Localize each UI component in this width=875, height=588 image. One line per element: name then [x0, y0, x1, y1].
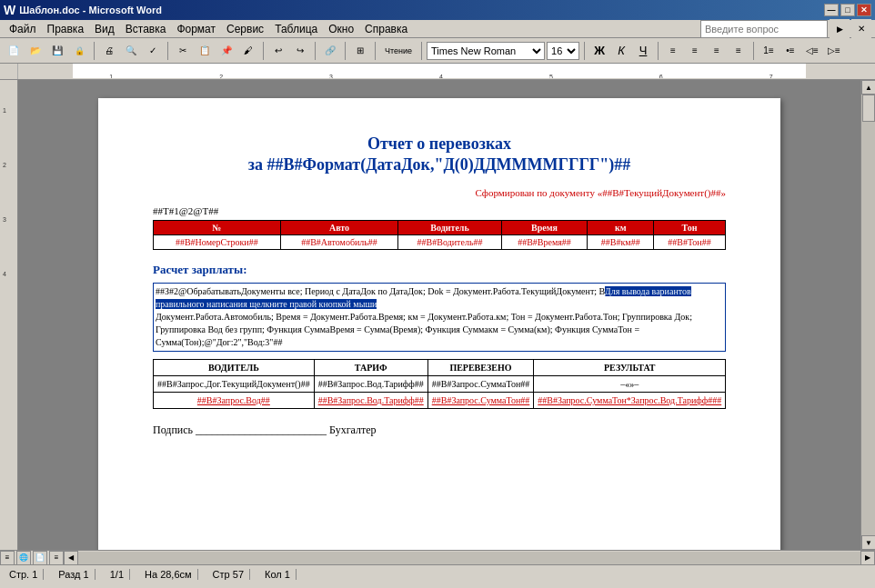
decrease-indent-button[interactable]: ◁≡ — [802, 41, 822, 61]
cell-num: ##В#НомерСтроки## — [154, 235, 281, 250]
hscroll-track[interactable] — [78, 552, 860, 564]
menu-view[interactable]: Вид — [89, 21, 120, 37]
menu-window[interactable]: Окно — [323, 21, 359, 37]
scroll-track[interactable] — [861, 95, 875, 535]
scroll-thumb[interactable] — [862, 95, 875, 122]
align-center-button[interactable]: ≡ — [685, 41, 705, 61]
main-area: 1 2 3 4 Отчет о перевозках за ##В#Формат… — [0, 80, 875, 550]
reading-mode-button[interactable]: Чтение — [380, 41, 417, 61]
separator-3 — [263, 42, 264, 60]
preview-button[interactable]: 🔍 — [121, 41, 141, 61]
maximize-button[interactable]: □ — [840, 4, 855, 16]
document-signature: Подпись ________________________ Бухгалт… — [153, 424, 726, 437]
hscroll-left-button[interactable]: ◀ — [64, 551, 78, 565]
help-input[interactable] — [700, 20, 828, 38]
font-selector[interactable]: Times New Roman — [427, 42, 545, 60]
scroll-down-button[interactable]: ▼ — [861, 535, 875, 550]
copy-button[interactable]: 📋 — [195, 41, 215, 61]
salary-formula-text1: ##З#2@ОбрабатыватьДокументы все; Период … — [156, 286, 605, 296]
hscroll-right-button[interactable]: ▶ — [860, 551, 875, 565]
redo-button[interactable]: ↪ — [290, 41, 310, 61]
minimize-button[interactable]: — — [824, 4, 839, 16]
underline-button[interactable]: Ч — [633, 41, 653, 61]
help-search-button[interactable]: ▶ — [830, 19, 850, 39]
menu-format[interactable]: Формат — [171, 21, 221, 37]
cell-time: ##В#Время## — [501, 235, 588, 250]
menu-insert[interactable]: Вставка — [120, 21, 172, 37]
salary-cell-result2: ##В#Запрос.СуммаТон*Запрос.Вод.Тарифф### — [534, 393, 726, 409]
layout-view-button[interactable]: 📄 — [33, 551, 47, 565]
menu-help[interactable]: Справка — [359, 21, 413, 37]
scroll-up-button[interactable]: ▲ — [861, 80, 875, 95]
print-button[interactable]: 🖨 — [99, 41, 119, 61]
toolbar-standard: 📄 📂 💾 🔒 🖨 🔍 ✓ ✂ 📋 📌 🖌 ↩ ↪ 🔗 ⊞ Чтение Tim… — [0, 38, 875, 64]
document-area[interactable]: Отчет о перевозках за ##В#Формат(ДатаДок… — [18, 80, 860, 550]
salary-table: ВОДИТЕЛЬ ТАРИФ ПЕРЕВЕЗЕНО РЕЗУЛЬТАТ ##В#… — [153, 359, 726, 409]
salary-cell-tariff1: ##В#Запрос.Вод.Тарифф## — [314, 376, 427, 393]
vertical-scrollbar[interactable]: ▲ ▼ — [860, 80, 875, 550]
salary-title: Расчет зарплаты: — [153, 263, 726, 277]
outline-view-button[interactable]: ≡ — [49, 551, 64, 565]
format-painter-button[interactable]: 🖌 — [238, 41, 258, 61]
italic-button[interactable]: К — [611, 41, 631, 61]
cell-ton: ##В#Тон## — [654, 235, 726, 250]
status-section: Разд 1 — [53, 569, 95, 580]
document: Отчет о перевозках за ##В#Формат(ДатаДок… — [98, 98, 780, 550]
open-button[interactable]: 📂 — [25, 41, 45, 61]
spellcheck-button[interactable]: ✓ — [143, 41, 163, 61]
numbering-button[interactable]: 1≡ — [759, 41, 779, 61]
hyperlink-button[interactable]: 🔗 — [320, 41, 340, 61]
left-ruler: 1 2 3 4 — [0, 80, 18, 550]
bullets-button[interactable]: •≡ — [780, 41, 800, 61]
col-header-auto: Авто — [280, 221, 398, 235]
align-left-button[interactable]: ≡ — [663, 41, 683, 61]
document-title-line1: Отчет о перевозках — [153, 135, 726, 154]
salary-col-driver: ВОДИТЕЛЬ — [154, 360, 315, 376]
title-bar: W Шаблон.doc - Microsoft Word — □ ✕ — [0, 0, 875, 20]
separator-1 — [94, 42, 95, 60]
undo-button[interactable]: ↩ — [268, 41, 288, 61]
cell-driver: ##В#Водитель## — [398, 235, 501, 250]
col-header-km: км — [588, 221, 654, 235]
increase-indent-button[interactable]: ▷≡ — [824, 41, 844, 61]
salary-cell-doc: ##В#Запрос.Дог.ТекущийДокумент()## — [154, 376, 315, 393]
col-header-time: Время — [501, 221, 588, 235]
close-button[interactable]: ✕ — [857, 4, 871, 16]
align-justify-button[interactable]: ≡ — [729, 41, 749, 61]
table-row: ##В#НомерСтроки## ##В#Автомобиль## ##В#В… — [154, 235, 726, 250]
permission-button[interactable]: 🔒 — [69, 41, 89, 61]
document-field-label: ##Т#1@2@Т## — [153, 205, 726, 216]
save-button[interactable]: 💾 — [47, 41, 67, 61]
new-button[interactable]: 📄 — [4, 41, 24, 61]
menu-table[interactable]: Таблица — [269, 21, 323, 37]
menu-file[interactable]: Файл — [4, 21, 42, 37]
font-size-selector[interactable]: 16 — [547, 42, 579, 60]
transport-table: № Авто Водитель Время км Тон ##В#НомерСт… — [153, 220, 726, 250]
document-title-line2: за ##В#Формат(ДатаДок,"Д(0)ДДММММГГГГ")#… — [153, 155, 726, 174]
salary-cell-tariff2: ##В#Запрос.Вод.Тарифф## — [314, 393, 427, 409]
salary-cell-sum1: ##В#Запрос.СуммаТон## — [427, 376, 534, 393]
salary-cell-result1: –«»– — [534, 376, 726, 393]
cell-km: ##В#км## — [588, 235, 654, 250]
menu-tools[interactable]: Сервис — [221, 21, 269, 37]
align-right-button[interactable]: ≡ — [707, 41, 727, 61]
view-buttons: ≡ 🌐 📄 ≡ — [0, 551, 64, 565]
status-pos: На 28,6см — [139, 569, 198, 580]
menu-edit[interactable]: Правка — [42, 21, 90, 37]
normal-view-button[interactable]: ≡ — [0, 551, 15, 565]
table-button[interactable]: ⊞ — [350, 41, 370, 61]
separator-6 — [375, 42, 376, 60]
cut-button[interactable]: ✂ — [173, 41, 193, 61]
salary-row-1: ##В#Запрос.Дог.ТекущийДокумент()## ##В#З… — [154, 376, 726, 393]
web-view-button[interactable]: 🌐 — [16, 551, 31, 565]
paste-button[interactable]: 📌 — [216, 41, 236, 61]
title-bar-controls: — □ ✕ — [824, 4, 871, 16]
title-bar-left: W Шаблон.doc - Microsoft Word — [4, 3, 162, 17]
app-icon: W — [4, 3, 15, 17]
bold-button[interactable]: Ж — [589, 41, 609, 61]
salary-formula-text2: Документ.Работа.Автомобиль; Время = Доку… — [156, 312, 692, 347]
help-box: ▶ ✕ — [700, 19, 871, 39]
status-col: Кол 1 — [259, 569, 297, 580]
help-close-button[interactable]: ✕ — [851, 19, 871, 39]
col-header-ton: Тон — [654, 221, 726, 235]
